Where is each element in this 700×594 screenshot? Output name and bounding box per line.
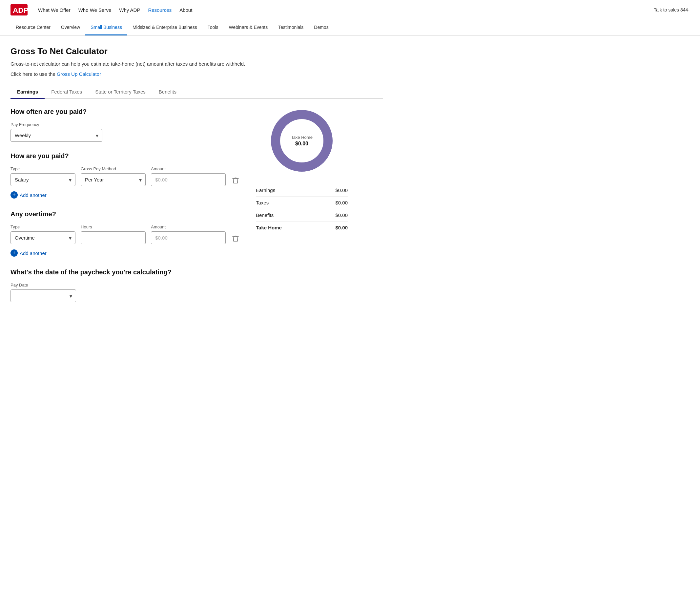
summary-row-take-home: Take Home $0.00 xyxy=(256,222,348,234)
tab-federal-taxes[interactable]: Federal Taxes xyxy=(45,86,89,99)
gross-pay-method-select[interactable]: Per Year Per Pay Period xyxy=(81,173,146,186)
how-often-title: How often are you paid? xyxy=(10,108,240,116)
overtime-amount-field-group: Amount xyxy=(151,225,226,244)
svg-text:Take Home: Take Home xyxy=(291,135,313,140)
overtime-fields-row: Type Overtime Hours Amount xyxy=(10,225,240,244)
nav-about[interactable]: About xyxy=(179,7,192,13)
main-nav-links: What We Offer Who We Serve Why ADP Resou… xyxy=(38,7,654,13)
add-another-overtime-label: Add another xyxy=(20,251,46,256)
taxes-value: $0.00 xyxy=(335,200,348,205)
calculator-tabs: Earnings Federal Taxes State or Territor… xyxy=(10,86,383,99)
taxes-label: Taxes xyxy=(256,200,269,205)
gross-up-text: Click here to use the Gross Up Calculato… xyxy=(10,71,383,78)
delete-earnings-button[interactable] xyxy=(231,175,240,186)
add-another-overtime-button[interactable]: + Add another xyxy=(10,248,46,258)
gross-pay-method-field-group: Gross Pay Method Per Year Per Pay Period xyxy=(81,166,146,186)
overtime-type-field-group: Type Overtime xyxy=(10,225,75,244)
nav-who-we-serve[interactable]: Who We Serve xyxy=(78,7,111,13)
svg-text:ADP: ADP xyxy=(13,6,28,14)
overtime-section: Any overtime? Type Overtime Hours xyxy=(10,210,240,258)
take-home-value: $0.00 xyxy=(335,225,348,230)
take-home-label: Take Home xyxy=(256,225,282,230)
nav-what-we-offer[interactable]: What We Offer xyxy=(38,7,71,13)
talk-to-sales: Talk to sales 844- xyxy=(654,7,690,12)
pay-frequency-select[interactable]: Weekly Bi-Weekly Semi-Monthly Monthly xyxy=(10,129,102,142)
benefits-value: $0.00 xyxy=(335,212,348,218)
summary-row-earnings: Earnings $0.00 xyxy=(256,184,348,197)
pay-date-label: Pay Date xyxy=(10,283,240,288)
earnings-label: Earnings xyxy=(256,187,275,193)
amount-field-group: Amount xyxy=(151,166,226,186)
left-column: How often are you paid? Pay Frequency We… xyxy=(10,108,240,313)
calculator-layout: How often are you paid? Pay Frequency We… xyxy=(10,108,383,313)
type-label: Type xyxy=(10,166,75,171)
plus-circle-overtime-icon: + xyxy=(10,250,18,257)
tab-earnings[interactable]: Earnings xyxy=(10,86,45,99)
hours-label: Hours xyxy=(81,225,146,229)
add-another-earnings-label: Add another xyxy=(20,192,46,198)
plus-circle-icon: + xyxy=(10,191,18,199)
how-paid-section: How are you paid? Type Salary Hourly Gro… xyxy=(10,152,240,200)
nav-why-adp[interactable]: Why ADP xyxy=(119,7,140,13)
pay-type-select[interactable]: Salary Hourly xyxy=(10,173,75,186)
summary-table: Earnings $0.00 Taxes $0.00 Benefits $0.0… xyxy=(256,184,348,234)
donut-value: $0.00 xyxy=(295,141,308,146)
logo[interactable]: ADP xyxy=(10,4,28,16)
tab-benefits[interactable]: Benefits xyxy=(152,86,183,99)
sec-nav-resource-center[interactable]: Resource Center xyxy=(10,20,56,35)
pay-date-select[interactable] xyxy=(10,290,76,302)
secondary-nav: Resource Center Overview Small Business … xyxy=(0,20,700,36)
overtime-type-select[interactable]: Overtime xyxy=(10,231,75,244)
summary-row-taxes: Taxes $0.00 xyxy=(256,197,348,209)
earnings-value: $0.00 xyxy=(335,187,348,193)
donut-chart: Take Home $0.00 xyxy=(269,108,335,174)
right-column: Take Home $0.00 Earnings $0.00 Taxes $0.… xyxy=(256,108,348,313)
sec-nav-webinars[interactable]: Webinars & Events xyxy=(223,20,273,35)
overtime-amount-label: Amount xyxy=(151,225,226,229)
main-content: Gross To Net Calculator Gross-to-net cal… xyxy=(0,36,394,313)
pay-fields-row: Type Salary Hourly Gross Pay Method xyxy=(10,166,240,186)
amount-label: Amount xyxy=(151,166,226,171)
hours-input[interactable] xyxy=(81,231,146,244)
pay-date-title: What's the date of the paycheck you're c… xyxy=(10,268,240,276)
sec-nav-small-business[interactable]: Small Business xyxy=(85,20,127,35)
how-paid-title: How are you paid? xyxy=(10,152,240,160)
overtime-amount-input[interactable] xyxy=(151,231,226,244)
pay-frequency-section: How often are you paid? Pay Frequency We… xyxy=(10,108,240,142)
sec-nav-overview[interactable]: Overview xyxy=(56,20,85,35)
add-another-earnings-button[interactable]: + Add another xyxy=(10,190,46,200)
type-field-group: Type Salary Hourly xyxy=(10,166,75,186)
page-description: Gross-to-net calculator can help you est… xyxy=(10,60,383,68)
sec-nav-demos[interactable]: Demos xyxy=(309,20,334,35)
pay-frequency-label: Pay Frequency xyxy=(10,122,240,127)
summary-row-benefits: Benefits $0.00 xyxy=(256,209,348,222)
hours-field-group: Hours xyxy=(81,225,146,244)
sec-nav-midsized[interactable]: Midsized & Enterprise Business xyxy=(127,20,202,35)
tab-state-taxes[interactable]: State or Territory Taxes xyxy=(89,86,152,99)
page-title: Gross To Net Calculator xyxy=(10,46,383,57)
sec-nav-tools[interactable]: Tools xyxy=(202,20,224,35)
overtime-title: Any overtime? xyxy=(10,210,240,218)
sec-nav-testimonials[interactable]: Testimonials xyxy=(273,20,309,35)
gross-up-link[interactable]: Gross Up Calculator xyxy=(57,71,101,77)
nav-resources[interactable]: Resources xyxy=(148,7,172,13)
overtime-type-label: Type xyxy=(10,225,75,229)
donut-chart-container: Take Home $0.00 xyxy=(256,108,348,174)
delete-overtime-button[interactable] xyxy=(231,234,240,243)
benefits-label: Benefits xyxy=(256,212,274,218)
top-nav: ADP What We Offer Who We Serve Why ADP R… xyxy=(0,0,700,20)
pay-date-section: What's the date of the paycheck you're c… xyxy=(10,268,240,313)
gross-pay-method-label: Gross Pay Method xyxy=(81,166,146,171)
amount-input[interactable] xyxy=(151,173,226,186)
